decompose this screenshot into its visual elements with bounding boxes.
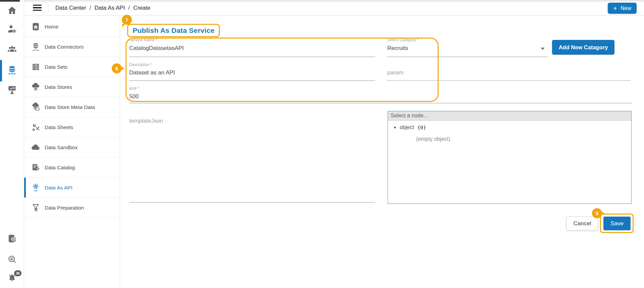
presentation-user-icon [7,85,17,96]
cloud-icon [31,143,40,152]
user-gear-icon [7,24,17,35]
service-name-underline [129,57,375,57]
database-home-icon [31,22,40,31]
rail-item-training-board[interactable] [0,82,24,99]
server-stack-icon [31,62,40,71]
chevron-down-icon[interactable] [541,48,545,50]
sidebar-item-home[interactable]: Home [24,17,120,37]
sidebar-item-label: Data Preparation [45,205,84,211]
rail-top-strip [0,0,20,2]
database-code-icon: </> [31,103,40,112]
icon-rail: 36 [0,0,24,288]
sidebar-item-data-sets[interactable]: Data Sets [24,57,120,77]
database-shuffle-icon [31,123,40,132]
home-icon [7,5,17,17]
service-name-label: Service Name * [129,38,157,42]
breadcrumb-separator: / [90,5,91,11]
sidebar-nav: HomeData ConnectorsData SetsData Stores<… [24,16,120,288]
template-json-input[interactable]: templateJson [129,118,163,124]
select-category-dropdown[interactable]: Recruits [387,45,408,52]
cloud-database-icon [31,82,40,92]
limit-label: limit * [129,86,139,91]
database-network-icon [7,65,17,76]
sidebar-item-data-stores[interactable]: Data Stores [24,77,120,97]
select-category-label: Select Category * [387,38,418,42]
param-underline [387,80,630,81]
page-title-box: Publish As Data Service [127,24,220,37]
sidebar-item-label: Data Sheets [45,124,73,130]
sidebar-item-data-connectors[interactable]: Data Connectors [24,37,120,57]
rail-item-data-center[interactable] [0,63,24,79]
notification-count-badge: 36 [14,270,21,276]
svg-text:</>: </> [36,108,39,110]
rail-item-data-search[interactable] [0,252,24,268]
sidebar-item-label: Data Connectors [45,44,84,50]
sidebar-item-label: Data Catalog [45,165,75,171]
annotation-badge-9: 9 [592,208,602,218]
cancel-button[interactable]: Cancel [566,217,598,230]
breadcrumb-item[interactable]: Data As API [94,5,125,11]
param-input[interactable]: param [387,69,403,76]
topbar-divider [49,4,49,12]
description-input[interactable]: Dataset as an API [129,69,175,76]
limit-input[interactable]: 500 [129,93,139,100]
catalog-gear-icon [31,163,40,172]
sidebar-item-data-store-meta-data[interactable]: </>Data Store Meta Data [24,97,120,117]
breadcrumb-item[interactable]: Data Center [55,5,86,11]
sidebar-item-data-sheets[interactable]: Data Sheets [24,117,120,137]
page-title: Publish As Data Service [133,26,214,35]
json-node-count: {0} [417,125,426,130]
save-button[interactable]: Save [603,217,631,230]
users-icon [7,44,17,56]
top-bar: Data Center/Data As API/Create + New [24,0,644,16]
rail-item-user-settings[interactable] [0,21,24,38]
select-category-underline [387,57,548,57]
breadcrumb-item[interactable]: Create [133,5,150,11]
triangle-down-icon[interactable]: ▼ [393,126,397,129]
sidebar-item-label: Data As API [45,185,72,191]
rail-item-home[interactable] [0,3,24,19]
sidebar-item-data-as-api[interactable]: APIData As API [24,178,120,198]
sidebar-item-label: Data Sets [45,64,67,70]
limit-underline [129,103,632,103]
annotation-badge-8: 8 [112,63,122,73]
breadcrumb-separator: / [128,5,130,11]
sidebar-item-label: Data Stores [45,84,72,90]
sidebar-item-label: Data Store Meta Data [45,104,95,110]
plus-icon: + [613,5,617,12]
add-new-category-button[interactable]: Add New Catagory [552,40,614,55]
json-viewer-panel: Select a node... ▼ object {0} (empty obj… [388,111,632,204]
database-connector-icon [31,42,40,51]
new-button[interactable]: + New [608,3,637,14]
rail-item-user-groups[interactable] [0,42,24,58]
sidebar-item-label: Home [45,24,58,30]
funnel-gear-icon [31,203,40,212]
hamburger-menu-icon[interactable] [33,5,42,12]
breadcrumb: Data Center/Data As API/Create [55,0,150,16]
sidebar-item-data-catalog[interactable]: Data Catalog [24,158,120,178]
svg-text:API: API [34,190,37,192]
template-json-underline [129,202,375,203]
rail-item-data-log-search[interactable] [0,231,24,247]
description-underline [129,80,375,81]
json-viewer-header: Select a node... [388,111,631,121]
sidebar-item-data-preparation[interactable]: Data Preparation [24,198,120,218]
annotation-badge-7: 7 [122,15,132,25]
sidebar-item-data-sandbox[interactable]: Data Sandbox [24,137,120,158]
json-node-label[interactable]: object [400,124,414,130]
json-empty-text: (empty object) [416,136,631,142]
sidebar-item-label: Data Sandbox [45,145,78,151]
api-gear-icon: API [31,183,40,192]
rail-item-notifications[interactable]: 36 [0,271,24,287]
notebook-search-icon [7,234,17,245]
service-name-input[interactable]: CatalogDatasetasAPI [129,45,184,52]
json-node-row: ▼ object {0} [393,124,631,130]
new-button-label: New [621,5,631,11]
description-label: Description * [129,62,152,67]
search-database-icon [7,254,17,266]
